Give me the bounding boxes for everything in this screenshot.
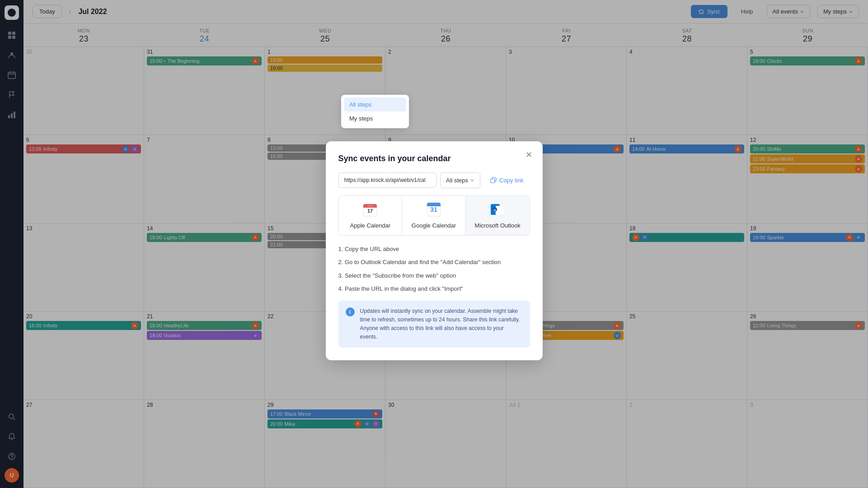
instruction-4: 4. Paste the URL in the dialog and click…	[338, 284, 530, 293]
info-icon: i	[346, 307, 355, 316]
svg-rect-28	[496, 206, 504, 215]
modal-title: Sync events in your calendar	[338, 154, 530, 163]
tab-apple-calendar[interactable]: 17 ▪ ▪ ▪ Apple Calendar	[339, 196, 403, 235]
svg-text:▪ ▪ ▪: ▪ ▪ ▪	[368, 204, 372, 207]
instructions-list: 1. Copy the URL above 2. Go to Outlook C…	[338, 245, 530, 293]
tab-google-calendar[interactable]: 31 Google Calendar	[402, 196, 466, 235]
steps-filter-button[interactable]: All steps	[440, 172, 480, 188]
google-calendar-icon: 31	[427, 202, 441, 219]
dropdown-item-my-steps[interactable]: My steps	[344, 112, 406, 125]
info-box: i Updates will instantly sync on your ca…	[338, 301, 530, 348]
instruction-3: 3. Select the "Subscribe from the web" o…	[338, 271, 530, 280]
info-text: Updates will instantly sync on your cale…	[360, 307, 523, 342]
outlook-calendar-icon: O	[490, 202, 505, 219]
dropdown-item-all-steps[interactable]: All steps	[344, 98, 406, 112]
svg-text:31: 31	[430, 206, 437, 213]
svg-rect-17	[491, 179, 495, 183]
tab-outlook-calendar[interactable]: O Microsoft Outlook	[466, 196, 530, 235]
svg-text:O: O	[493, 209, 496, 212]
copy-link-button[interactable]: Copy link	[484, 173, 530, 188]
modal-overlay[interactable]: All steps My steps Sync events in your c…	[0, 0, 868, 488]
google-calendar-label: Google Calendar	[412, 222, 456, 229]
instruction-2: 2. Go to Outlook Calendar and find the "…	[338, 258, 530, 267]
outlook-calendar-label: Microsoft Outlook	[475, 222, 521, 229]
svg-text:17: 17	[367, 208, 373, 214]
apple-calendar-label: Apple Calendar	[350, 222, 391, 229]
instruction-1: 1. Copy the URL above	[338, 245, 530, 254]
svg-rect-26	[427, 204, 441, 206]
apple-calendar-icon: 17 ▪ ▪ ▪	[363, 202, 377, 219]
calendar-tabs: 17 ▪ ▪ ▪ Apple Calendar 31 Google Calend…	[338, 195, 530, 236]
url-input[interactable]	[338, 172, 436, 188]
modal-close-button[interactable]: ✕	[523, 149, 535, 161]
steps-filter-dropdown: All steps My steps	[341, 95, 409, 128]
sync-modal: Sync events in your calendar ✕ document.…	[326, 141, 543, 361]
url-row: document.querySelector('.url-input').val…	[338, 172, 530, 188]
